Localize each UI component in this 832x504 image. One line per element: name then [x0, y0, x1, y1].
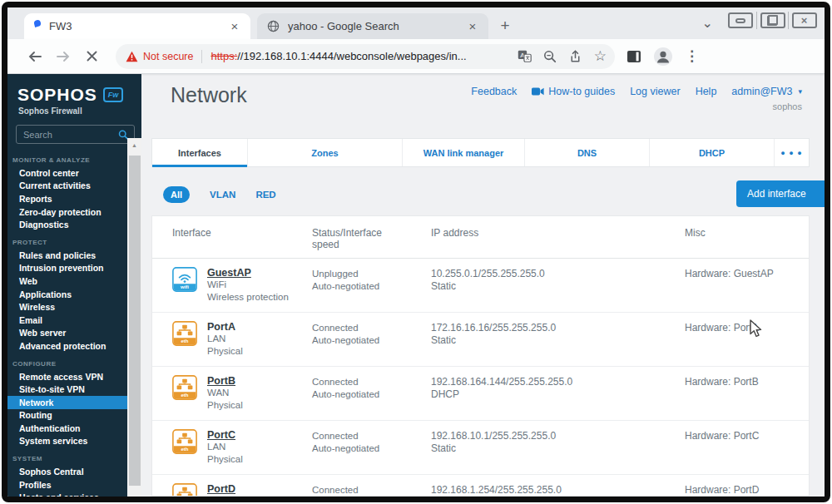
tab-zones[interactable]: Zones	[248, 139, 403, 166]
sidebar-item-rules-and-policies[interactable]: Rules and policies	[7, 249, 127, 262]
sidebar-item-advanced-protection[interactable]: Advanced protection	[7, 339, 127, 353]
share-icon[interactable]	[568, 50, 582, 63]
sidebar-scrollbar[interactable]: ▲	[127, 138, 141, 497]
sidebar-item-email[interactable]: Email	[7, 314, 127, 327]
status-text: Connected	[312, 430, 431, 442]
page-header: Network FeedbackHow-to guidesLog viewerH…	[141, 74, 825, 138]
cell-ip-address: 192.168.10.1/255.255.255.0Static	[431, 429, 685, 465]
add-interface-button[interactable]: Add interface	[736, 180, 825, 207]
tab-wan-link-manager[interactable]: WAN link manager	[403, 139, 525, 166]
profile-avatar[interactable]	[653, 47, 673, 67]
tab-close-icon[interactable]: ×	[227, 19, 242, 33]
header-link-feedback[interactable]: Feedback	[471, 86, 517, 97]
sidebar-item-system-services[interactable]: System services	[7, 435, 127, 448]
interface-link[interactable]: GuestAP	[207, 267, 289, 279]
tab-title: yahoo - Google Search	[288, 20, 465, 32]
minimize-button[interactable]	[725, 12, 756, 29]
table-row-portd: eth PortDWANPhysicalConnectedAuto-negoti…	[152, 474, 809, 497]
filter-chip-vlan[interactable]: VLAN	[210, 190, 235, 200]
network-tab-bar: InterfacesZonesWAN link managerDNSDHCP● …	[151, 138, 810, 167]
tab-close-icon[interactable]: ×	[465, 19, 480, 33]
speed-text: Auto-negotiated	[312, 280, 431, 293]
sidebar-item-site-to-site-vpn[interactable]: Site-to-site VPN	[7, 383, 127, 396]
interface-link[interactable]: PortA	[207, 321, 243, 333]
tab-search-chevron-icon[interactable]: ⌄	[702, 15, 713, 31]
sidebar-item-web-server[interactable]: Web server	[7, 327, 127, 340]
tab-favicon-icon	[33, 19, 42, 27]
url-text[interactable]: https://192.168.10.1:4444/webconsole/web…	[210, 50, 508, 62]
column-header-ip-address: IP address	[431, 227, 685, 250]
translate-icon[interactable]: A	[518, 50, 532, 62]
ip-text: 192.168.1.254/255.255.255.0	[431, 484, 685, 497]
restore-button[interactable]	[756, 12, 788, 29]
sidebar-item-current-activities[interactable]: Current activities	[7, 180, 127, 193]
forward-button[interactable]	[51, 44, 76, 69]
status-text: Unplugged	[312, 268, 431, 280]
table-row-porta: eth PortALANPhysicalConnectedAuto-negoti…	[152, 312, 809, 366]
tab-dns[interactable]: DNS	[525, 139, 650, 166]
ethernet-interface-icon: eth	[172, 429, 197, 454]
status-text: Connected	[312, 322, 431, 334]
new-tab-button[interactable]: +	[493, 14, 517, 37]
tabs-more-icon[interactable]: ● ● ●	[775, 139, 809, 166]
header-link-help[interactable]: Help	[696, 86, 717, 97]
column-header-label: Interface	[172, 227, 211, 239]
sidebar-item-intrusion-prevention[interactable]: Intrusion prevention	[7, 262, 127, 275]
cell-interface: eth PortCLANPhysical	[172, 429, 312, 465]
sidebar-search[interactable]	[16, 125, 135, 144]
scrollbar-thumb[interactable]	[129, 156, 141, 486]
tab-interfaces[interactable]: Interfaces	[152, 139, 248, 166]
scrollbar-up-icon[interactable]: ▲	[127, 138, 141, 151]
cell-ip-address: 10.255.0.1/255.255.255.0Static	[431, 267, 685, 303]
security-warning-label[interactable]: Not secure	[143, 51, 193, 62]
sidebar-item-web[interactable]: Web	[7, 274, 127, 288]
header-link-log-viewer[interactable]: Log viewer	[630, 86, 680, 97]
interface-link[interactable]: PortB	[207, 375, 243, 387]
window-controls: ×	[725, 12, 820, 29]
sidebar-item-control-center[interactable]: Control center	[7, 166, 127, 180]
sidebar-item-wireless[interactable]: Wireless	[7, 300, 127, 314]
browser-tab-yahoo[interactable]: yahoo - Google Search ×	[257, 13, 488, 39]
url-scheme: https:	[210, 50, 237, 62]
interface-link[interactable]: PortD	[207, 483, 243, 495]
back-button[interactable]	[22, 44, 47, 69]
sidebar-item-network[interactable]: Network	[7, 396, 127, 409]
sidebar-item-hosts-and-services[interactable]: Hosts and services	[7, 491, 127, 502]
browser-tab-fw3[interactable]: FW3 ×	[24, 13, 250, 39]
svg-text:eth: eth	[181, 338, 189, 343]
speed-text: Auto-negotiated	[312, 442, 431, 455]
sidebar-item-reports[interactable]: Reports	[7, 192, 127, 205]
search-input[interactable]	[23, 130, 118, 140]
logo-subtitle: Sophos Firewall	[7, 105, 141, 116]
stop-button[interactable]	[79, 44, 104, 69]
interface-link[interactable]: PortC	[207, 429, 243, 441]
cell-ip-address: 172.16.16.16/255.255.255.0Static	[431, 321, 685, 357]
browser-tabstrip: FW3 × yahoo - Google Search × + ⌄ ×	[7, 7, 825, 39]
sidebar-item-profiles[interactable]: Profiles	[7, 478, 127, 492]
address-bar[interactable]: Not secure https://192.168.10.1:4444/web…	[116, 44, 615, 69]
filter-chip-red[interactable]: RED	[255, 190, 275, 200]
sidebar-item-diagnostics[interactable]: Diagnostics	[7, 218, 127, 231]
filter-chip-all[interactable]: All	[163, 186, 190, 203]
cell-interface: eth PortBWANPhysical	[172, 375, 312, 411]
side-panel-icon[interactable]	[626, 50, 641, 63]
sidebar-item-authentication[interactable]: Authentication	[7, 422, 127, 435]
sidebar-item-sophos-central[interactable]: Sophos Central	[7, 465, 127, 478]
user-menu[interactable]: admin@FW3 ▾	[731, 86, 802, 97]
browser-menu-icon[interactable]: ⋮	[685, 47, 699, 65]
cell-status: ConnectedAuto-negotiated	[312, 375, 431, 411]
bookmark-star-icon[interactable]: ☆	[594, 47, 607, 65]
close-window-button[interactable]: ×	[788, 12, 820, 29]
user-menu-label: admin@FW3	[731, 86, 792, 97]
tab-dhcp[interactable]: DHCP	[650, 139, 775, 166]
header-link-how-to-guides[interactable]: How-to guides	[532, 86, 615, 97]
sidebar-item-routing[interactable]: Routing	[7, 409, 127, 422]
cell-misc: Hardware: PortA	[685, 321, 809, 357]
sidebar-item-remote-access-vpn[interactable]: Remote access VPN	[7, 370, 127, 383]
warning-icon	[126, 51, 138, 62]
nav-section-label: PROTECT	[7, 231, 141, 249]
sidebar-item-applications[interactable]: Applications	[7, 288, 127, 301]
ethernet-interface-icon: eth	[172, 321, 197, 346]
sidebar-item-zero-day-protection[interactable]: Zero-day protection	[7, 205, 127, 219]
zoom-icon[interactable]	[543, 50, 557, 63]
